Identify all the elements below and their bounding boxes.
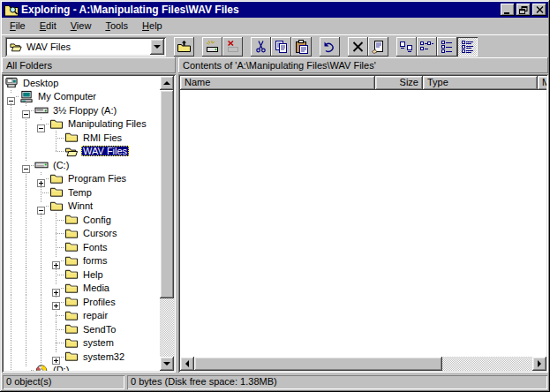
tree-item-temp[interactable]: Temp — [4, 185, 160, 200]
address-combo-dropdown-button[interactable] — [150, 39, 164, 55]
tree-item-my-computer[interactable]: My Computer — [4, 90, 160, 104]
expand-plus-icon[interactable] — [52, 352, 60, 360]
collapse-minus-icon[interactable] — [22, 161, 30, 169]
tree-guide — [4, 213, 19, 227]
tree-item-system[interactable]: system — [4, 336, 160, 351]
tree-item-help[interactable]: Help — [4, 268, 160, 282]
tree-item-label[interactable]: Desktop — [21, 78, 60, 88]
tree-item-label[interactable]: Help — [81, 269, 105, 280]
tree-item-repair[interactable]: repair — [4, 309, 160, 323]
tree-item-desktop[interactable]: Desktop — [4, 76, 160, 90]
tree-item-label[interactable]: 3½ Floppy (A:) — [51, 105, 118, 116]
tree-item-label[interactable]: Media — [81, 283, 111, 293]
tree-item-label[interactable]: forms — [81, 255, 109, 266]
minimize-button[interactable] — [501, 4, 515, 16]
scroll-right-button[interactable] — [532, 357, 546, 371]
tree-vertical-scrollbar[interactable] — [160, 76, 174, 371]
tree-item-label[interactable]: system — [81, 337, 116, 348]
tree-item-winnt[interactable]: Winnt — [4, 200, 160, 214]
tree-item-cursors[interactable]: Cursors — [4, 227, 160, 241]
paste-button[interactable] — [291, 37, 312, 57]
tree-item-label[interactable]: Fonts — [81, 242, 109, 253]
close-button[interactable] — [532, 4, 546, 16]
tree-item-label[interactable]: Config — [81, 215, 113, 225]
collapse-minus-icon[interactable] — [22, 106, 30, 114]
tree-guide — [19, 227, 34, 241]
restore-button[interactable] — [516, 4, 531, 16]
tree-item-manipulating-files[interactable]: Manipulating Files — [4, 117, 160, 132]
horizontal-scroll-track[interactable] — [442, 357, 532, 371]
tree-item-label[interactable]: RMI Fies — [81, 132, 124, 143]
expand-plus-icon[interactable] — [52, 298, 60, 305]
menu-help[interactable]: Help — [135, 19, 170, 34]
tree-item-label[interactable]: Manipulating Files — [66, 118, 148, 129]
horizontal-scroll-thumb[interactable] — [194, 357, 442, 371]
tree-item-label[interactable]: Winnt — [66, 200, 94, 211]
menu-edit[interactable]: Edit — [33, 19, 64, 34]
collapse-minus-icon[interactable] — [7, 93, 15, 101]
expand-plus-icon[interactable] — [52, 257, 60, 265]
tree-item-rmi-fies[interactable]: RMI Fies — [4, 131, 160, 145]
folder-icon — [49, 185, 64, 199]
column-header-name[interactable]: Name — [180, 76, 375, 90]
list-button[interactable] — [437, 37, 457, 57]
collapse-minus-icon[interactable] — [37, 120, 45, 128]
menu-file[interactable]: File — [3, 19, 33, 34]
column-header-modified[interactable]: Modified — [538, 76, 546, 90]
cut-button[interactable] — [251, 37, 271, 57]
scroll-up-button[interactable] — [160, 76, 174, 90]
tree-item-profiles[interactable]: Profiles — [4, 295, 160, 309]
collapse-minus-icon[interactable] — [37, 202, 45, 210]
tree-item-config[interactable]: Config — [4, 213, 160, 227]
tree-item-label[interactable]: WAV Files — [81, 146, 129, 156]
tree-item-sendto[interactable]: SendTo — [4, 322, 160, 336]
chevron-down-icon — [154, 45, 161, 49]
vertical-scroll-track[interactable] — [160, 298, 174, 357]
up-one-level-button[interactable] — [174, 37, 194, 57]
tree-item-label[interactable]: Program Fies — [66, 173, 128, 184]
tree-item-media[interactable]: Media — [4, 282, 160, 296]
delete-button[interactable] — [348, 37, 368, 57]
map-network-drive-button[interactable] — [202, 37, 222, 57]
tree-item-c[interactable]: (C:) — [4, 158, 160, 172]
file-list-area[interactable] — [180, 90, 546, 357]
tree-guide — [19, 185, 34, 200]
tree-item-label[interactable]: (D:) — [51, 365, 71, 371]
column-header-type[interactable]: Type — [423, 76, 538, 90]
tree-item-forms[interactable]: forms — [4, 254, 160, 268]
address-combo[interactable]: WAV Files — [5, 37, 166, 57]
disconnect-network-drive-button[interactable] — [222, 37, 243, 57]
tree-item-label[interactable]: SendTo — [81, 324, 117, 335]
details-button[interactable] — [457, 37, 478, 57]
small-icons-button[interactable] — [417, 37, 437, 57]
tree-item-label[interactable]: Cursors — [81, 228, 119, 238]
list-horizontal-scrollbar[interactable] — [180, 357, 546, 371]
vertical-scroll-thumb[interactable] — [160, 90, 174, 298]
expand-plus-icon[interactable] — [52, 284, 60, 292]
scroll-down-button[interactable] — [160, 357, 174, 371]
tree-item-label[interactable]: Profiles — [81, 297, 117, 307]
tree-item-label[interactable]: Temp — [66, 187, 94, 198]
tree-item-system32[interactable]: system32 — [4, 350, 160, 364]
column-header-size[interactable]: Size — [375, 76, 423, 90]
properties-button[interactable] — [368, 37, 388, 57]
tree-item-program-fies[interactable]: Program Fies — [4, 172, 160, 186]
expand-plus-icon[interactable] — [22, 366, 30, 372]
menu-view[interactable]: View — [64, 19, 99, 34]
expand-plus-icon[interactable] — [37, 175, 45, 183]
tree-guide — [34, 227, 49, 241]
undo-button[interactable] — [320, 37, 340, 57]
menu-tools[interactable]: Tools — [98, 19, 135, 34]
tree-item-label[interactable]: My Computer — [36, 91, 98, 102]
tree-item-wav-files[interactable]: WAV Files — [4, 145, 160, 159]
copy-button[interactable] — [271, 37, 291, 57]
tree-item-d[interactable]: (D:) — [4, 364, 160, 372]
tree-item-fonts[interactable]: Fonts — [4, 240, 160, 254]
large-icons-button[interactable] — [396, 37, 417, 57]
tree-item-label[interactable]: system32 — [81, 351, 126, 362]
scroll-left-button[interactable] — [180, 357, 194, 371]
tree-item-3-floppy-a[interactable]: 3½ Floppy (A:) — [4, 103, 160, 117]
status-bar: 0 object(s) 0 bytes (Disk free space: 1.… — [2, 373, 548, 390]
tree-item-label[interactable]: repair — [81, 310, 109, 320]
tree-item-label[interactable]: (C:) — [51, 160, 71, 170]
